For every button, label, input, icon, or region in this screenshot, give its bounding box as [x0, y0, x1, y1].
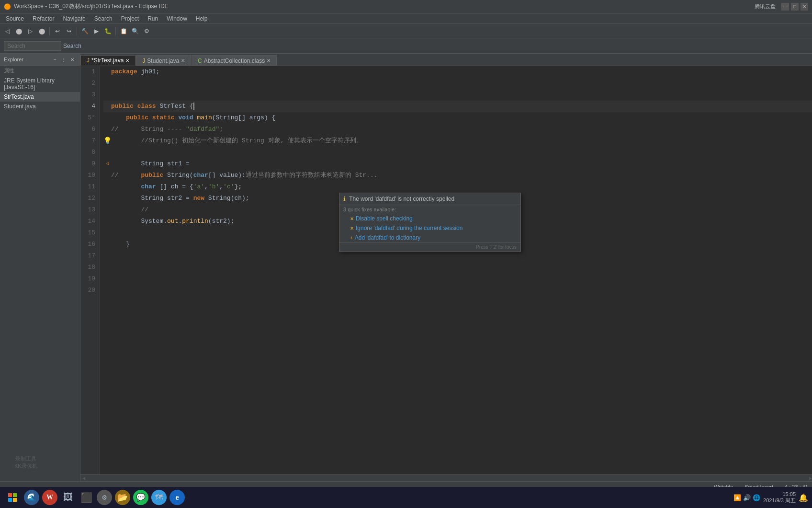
kw-public-10: public [141, 170, 163, 181]
error-marker-9: ◁ [106, 158, 109, 170]
tab-strtest[interactable]: J *StrTest.java ✕ [80, 55, 135, 66]
taskbar-app-5[interactable]: ⬛ [79, 490, 94, 505]
tab-abstractcollection[interactable]: C AbstractCollection.class ✕ [192, 55, 277, 66]
kw-char-10: char [193, 170, 208, 181]
tab-abstract-close[interactable]: ✕ [267, 58, 271, 63]
toolbar-btn-12[interactable]: ⚙ [141, 26, 152, 36]
menu-search[interactable]: Search [90, 14, 116, 23]
toolbar-btn-8[interactable]: ▶ [91, 26, 102, 36]
maximize-button[interactable]: □ [791, 3, 799, 11]
scroll-left-arrow[interactable]: ◀ [82, 475, 85, 481]
title-bar: 🟠 WorkSpace - C36_02教材/src/jh01/StrTest.… [0, 0, 812, 13]
tab-strtest-close[interactable]: ✕ [125, 58, 129, 63]
lightbulb-icon[interactable]: 💡 [103, 135, 112, 147]
taskbar-right: 🔼 🔊 🌐 15:05 2021/9/3 周五 🔔 [733, 491, 808, 504]
toolbar-btn-4[interactable]: ⬤ [36, 26, 47, 36]
taskbar-app-8[interactable]: 💬 [133, 490, 148, 505]
toolbar-btn-2[interactable]: ⬤ [13, 26, 24, 36]
ln-9: 9 [84, 158, 95, 170]
taskbar-time: 15:05 [763, 491, 796, 497]
tab-student[interactable]: J Student.java ✕ [136, 55, 191, 66]
title-bar-left: 🟠 WorkSpace - C36_02教材/src/jh01/StrTest.… [4, 2, 169, 11]
svg-rect-2 [8, 498, 12, 502]
popup-fix-1-label: Disable spell checking [356, 215, 413, 222]
toolbar-btn-5[interactable]: ↩ [52, 26, 63, 36]
tabs: J *StrTest.java ✕ J Student.java ✕ C Abs… [80, 54, 812, 66]
taskbar-app-3[interactable]: W [42, 490, 57, 505]
popup-fix-1[interactable]: ✕ Disable spell checking [339, 214, 520, 223]
scroll-right-arrow[interactable]: ▶ [809, 475, 812, 481]
code-editor[interactable]: 1 2 3 4 5° 6 7 8 9 10 11 12 13 14 15 16 … [80, 66, 812, 474]
taskbar-clock[interactable]: 15:05 2021/9/3 周五 [763, 491, 796, 504]
tray-icon-3: 🌐 [753, 494, 760, 501]
toolbar-btn-3[interactable]: ▷ [25, 26, 35, 36]
sidebar-close-btn[interactable]: ✕ [68, 56, 76, 63]
sidebar-section-attr: 属性 [0, 66, 80, 76]
char-b: 'b' [208, 181, 219, 193]
taskbar-app-2[interactable]: 🌊 [24, 490, 39, 505]
sidebar-more-btn[interactable]: ⋮ [60, 56, 68, 63]
sidebar-student-java[interactable]: Student.java [0, 102, 80, 111]
tab-student-close[interactable]: ✕ [181, 58, 185, 63]
start-button[interactable] [4, 489, 21, 506]
code-line-17 [103, 250, 812, 262]
code-line-19 [103, 273, 812, 285]
menu-run[interactable]: Run [144, 14, 162, 23]
watermark: 录制工具 KK录像机 [14, 455, 37, 470]
taskbar: 🌊 W 🖼 ⬛ ⚙ 📂 💬 🗺 e 🔼 🔊 🌐 15:05 2021/9/3 周… [0, 487, 812, 508]
toolbar-btn-10[interactable]: 📋 [118, 26, 129, 36]
taskbar-app-7[interactable]: 📂 [115, 490, 130, 505]
popup-fix-2[interactable]: ✕ Ignore 'dafdfad' during the current se… [339, 223, 520, 233]
search-input[interactable] [4, 41, 61, 51]
eclipse-icon: 🟠 [4, 3, 11, 10]
code-line-18 [103, 262, 812, 273]
popup-fix-3[interactable]: + Add 'dafdfad' to dictionary [339, 233, 520, 242]
editor-area: J *StrTest.java ✕ J Student.java ✕ C Abs… [80, 54, 812, 481]
close-button[interactable]: ✕ [801, 3, 808, 11]
popup-fix-3-label: Add 'dafdfad' to dictionary [355, 234, 420, 241]
sidebar-jre-label: JRE System Library [JavaSE-16] [4, 77, 55, 91]
toolbar-btn-1[interactable]: ◁ [2, 26, 12, 36]
code-content[interactable]: package jh01; public class StrTest { [100, 66, 812, 474]
top-right-label: 腾讯云盘 [755, 3, 776, 10]
menu-project[interactable]: Project [117, 14, 143, 23]
popup-footer: Press 'F2' for focus [339, 242, 520, 251]
taskbar-app-9[interactable]: 🗺 [151, 490, 167, 505]
menu-refactor[interactable]: Refactor [29, 14, 58, 23]
code-line-1: package jh01; [103, 66, 812, 78]
explorer-title: Explorer [4, 57, 23, 62]
code-line-8 [103, 147, 812, 158]
popup-section-title: 3 quick fixes available: [339, 205, 520, 214]
menu-source[interactable]: Source [2, 14, 28, 23]
fix-icon-3: + [350, 235, 353, 241]
tab-abstract-icon: C [198, 58, 202, 64]
taskbar-app-4[interactable]: 🖼 [60, 490, 76, 505]
code-line-5: public static void main (String[] args) … [103, 112, 812, 124]
popup-fix-2-label: Ignore 'dafdfad' during the current sess… [356, 225, 462, 231]
ln-12: 12 [84, 193, 95, 204]
menu-help[interactable]: Help [192, 14, 212, 23]
kw-public-4: public [111, 101, 134, 112]
minimize-button[interactable]: — [781, 3, 789, 11]
ln-15: 15 [84, 227, 95, 239]
toolbar-btn-11[interactable]: 🔍 [130, 26, 140, 36]
menu-window[interactable]: Window [163, 14, 191, 23]
sidebar-collapse-btn[interactable]: − [51, 56, 59, 63]
window-controls: 腾讯云盘 — □ ✕ [755, 3, 808, 11]
h-scrollbar[interactable]: ◀ ▶ [80, 474, 812, 481]
sidebar-jre-library[interactable]: JRE System Library [JavaSE-16] [0, 76, 80, 92]
tab-strtest-icon: J [87, 57, 90, 64]
toolbar-btn-6[interactable]: ↪ [64, 26, 74, 36]
toolbar-btn-7[interactable]: 🔨 [79, 26, 90, 36]
method-main: main [197, 112, 212, 124]
menu-navigate[interactable]: Navigate [59, 14, 89, 23]
toolbar-sep-3 [115, 27, 116, 35]
spell-check-popup: ℹ The word 'dafdfad' is not correctly sp… [339, 193, 521, 252]
taskbar-app-ie[interactable]: e [169, 490, 185, 505]
comment-7a: //String() [111, 135, 182, 147]
sidebar-strtest-java[interactable]: StrTest.java [0, 92, 80, 102]
code-line-20 [103, 285, 812, 296]
toolbar-btn-9[interactable]: 🐛 [102, 26, 113, 36]
tray-notification[interactable]: 🔔 [799, 493, 808, 502]
taskbar-app-6[interactable]: ⚙ [97, 490, 112, 505]
